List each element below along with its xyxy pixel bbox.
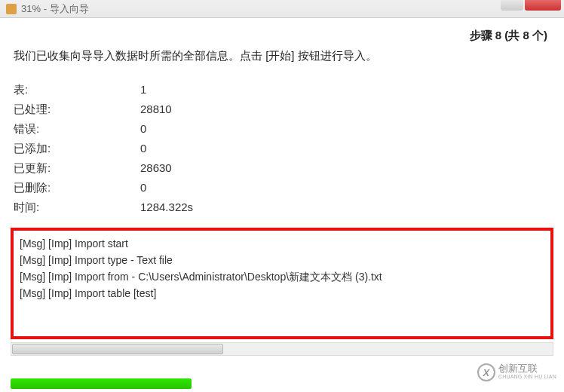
progress-bar [11,378,192,389]
close-button[interactable] [525,0,561,11]
log-line: [Msg] [Imp] Import start [20,235,544,252]
stat-row-processed: 已处理: 28810 [14,100,550,119]
watermark-icon: X [477,363,495,381]
log-highlight-box: [Msg] [Imp] Import start [Msg] [Imp] Imp… [11,228,553,339]
watermark-en: CHUANG XIN HU LIAN [498,372,556,381]
stat-label: 已处理: [14,100,140,119]
stats-panel: 表: 1 已处理: 28810 错误: 0 已添加: 0 已更新: 28630 … [0,72,564,217]
stat-value: 0 [140,119,550,139]
horizontal-scrollbar[interactable] [11,342,553,356]
stat-row-errors: 错误: 0 [14,119,550,139]
stat-row-updated: 已更新: 28630 [14,158,550,178]
stat-row-deleted: 已删除: 0 [14,178,550,198]
window-title: 31% - 导入向导 [21,2,89,16]
stat-value: 1284.322s [140,198,550,217]
app-icon [6,4,17,14]
stat-row-tables: 表: 1 [14,80,550,100]
stat-label: 已更新: [14,158,140,178]
log-line: [Msg] [Imp] Import from - C:\Users\Admin… [20,268,544,285]
wizard-description: 我们已收集向导导入数据时所需的全部信息。点击 [开始] 按钮进行导入。 [0,43,564,72]
minimize-button[interactable] [501,0,523,11]
stat-label: 已删除: [14,178,140,198]
stat-label: 错误: [14,119,140,139]
log-textarea[interactable]: [Msg] [Imp] Import start [Msg] [Imp] Imp… [15,232,549,335]
stat-value: 28630 [140,158,550,178]
stat-row-time: 时间: 1284.322s [14,198,550,217]
stat-value: 1 [140,80,550,100]
scrollbar-thumb[interactable] [12,344,223,354]
watermark: X 创新互联 CHUANG XIN HU LIAN [477,363,556,381]
stat-value: 0 [140,139,550,158]
stat-value: 28810 [140,100,550,119]
step-indicator: 步骤 8 (共 8 个) [0,18,564,43]
stat-row-added: 已添加: 0 [14,139,550,158]
watermark-cn: 创新互联 [498,364,556,372]
stat-label: 表: [14,80,140,100]
stat-label: 已添加: [14,139,140,158]
log-line: [Msg] [Imp] Import table [test] [20,285,544,302]
window-titlebar: 31% - 导入向导 [0,0,564,18]
window-controls [501,0,561,11]
stat-value: 0 [140,178,550,198]
stat-label: 时间: [14,198,140,217]
log-line: [Msg] [Imp] Import type - Text file [20,252,544,268]
